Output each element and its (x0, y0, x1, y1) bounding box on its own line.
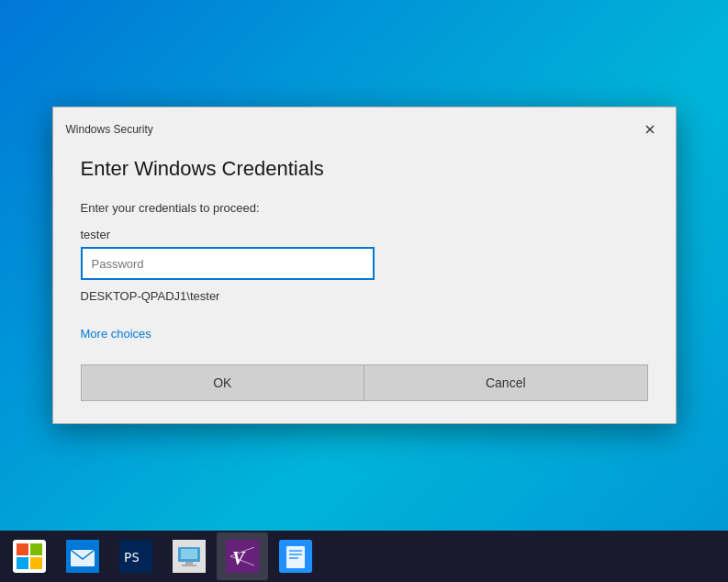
domain-label: DESKTOP-QPADJ1\tester (81, 289, 648, 303)
cancel-button[interactable]: Cancel (364, 364, 648, 401)
taskbar-item-store[interactable] (4, 532, 55, 580)
svg-rect-23 (289, 554, 302, 555)
network-icon (173, 540, 206, 573)
dialog-overlay: Windows Security Enter Windows Credentia… (0, 0, 728, 531)
taskbar-item-vs[interactable]: V (217, 532, 268, 580)
mail-icon (66, 540, 99, 573)
taskbar-item-notes[interactable] (270, 532, 321, 580)
svg-rect-14 (185, 562, 193, 565)
svg-rect-22 (289, 550, 302, 552)
taskbar-item-network[interactable] (163, 532, 215, 580)
close-icon (645, 125, 655, 134)
desktop: Windows Security Enter Windows Credentia… (0, 0, 728, 582)
password-input[interactable] (81, 247, 375, 280)
dialog-body: Enter Windows Credentials Enter your cre… (53, 148, 676, 423)
ok-button[interactable]: OK (81, 364, 364, 401)
taskbar: PS V (0, 531, 728, 582)
svg-rect-15 (182, 565, 196, 566)
svg-rect-5 (17, 557, 28, 569)
windows-security-dialog: Windows Security Enter Windows Credentia… (52, 106, 677, 424)
notes-icon (279, 540, 312, 573)
dialog-buttons: OK Cancel (81, 364, 648, 401)
taskbar-item-mail[interactable] (57, 532, 108, 580)
svg-rect-4 (30, 543, 42, 555)
svg-rect-24 (289, 557, 298, 559)
powershell-icon: PS (119, 540, 152, 573)
more-choices-link[interactable]: More choices (81, 327, 151, 341)
dialog-title: Windows Security (66, 123, 153, 136)
taskbar-item-powershell[interactable]: PS (110, 532, 162, 580)
svg-rect-3 (17, 543, 28, 555)
store-icon (13, 540, 46, 573)
dialog-heading: Enter Windows Credentials (81, 157, 648, 181)
visual-studio-icon: V (226, 540, 259, 573)
svg-text:PS: PS (124, 550, 140, 565)
svg-rect-6 (30, 557, 42, 569)
svg-rect-13 (181, 549, 197, 559)
username-label: tester (81, 228, 648, 241)
close-button[interactable] (637, 117, 663, 142)
dialog-titlebar: Windows Security (53, 107, 676, 148)
dialog-subtitle: Enter your credentials to proceed: (81, 201, 648, 215)
